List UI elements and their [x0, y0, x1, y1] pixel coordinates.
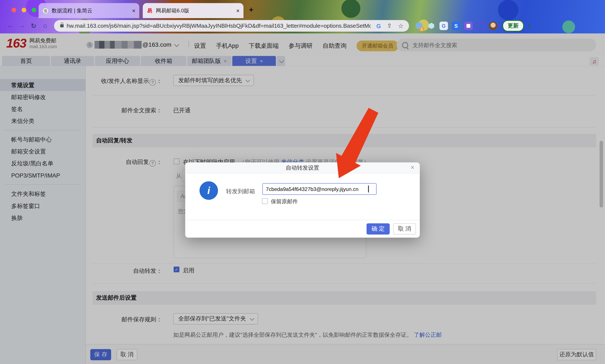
text-caret	[368, 186, 369, 193]
traffic-zoom-icon[interactable]	[32, 8, 36, 12]
google-translate-icon[interactable]: G	[439, 22, 448, 30]
modal-header: 自动转发设置 ×	[185, 162, 420, 173]
traffic-minimize-icon[interactable]	[22, 8, 26, 12]
reload-icon[interactable]: ↻	[28, 22, 39, 30]
new-tab-button[interactable]: +	[249, 5, 253, 14]
tab-close-icon[interactable]: ×	[132, 7, 135, 14]
modal-cancel-button[interactable]: 取 消	[393, 223, 416, 234]
browser-tab-title: 数据流程 | 集简云	[52, 7, 129, 14]
tab-close-icon[interactable]: ×	[236, 7, 240, 14]
share-icon[interactable]: ⇧	[387, 22, 392, 29]
confirm-button[interactable]: 确 定	[367, 223, 390, 234]
modal-title: 自动转发设置	[286, 164, 319, 171]
info-icon: i	[199, 181, 218, 200]
extension-circle-icon[interactable]: 1	[415, 22, 423, 30]
avatar-monkey-icon[interactable]	[489, 22, 497, 30]
chrome-update-button[interactable]: 更新	[502, 20, 524, 32]
extension-s-icon[interactable]: S	[452, 22, 460, 30]
url-text[interactable]: hw.mail.163.com/js6/main.jsp?sid=aBUcbxi…	[66, 23, 371, 29]
home-icon[interactable]: ⌂	[39, 22, 51, 30]
modal-footer: 确 定 取 消	[185, 220, 420, 238]
google-icon[interactable]: G	[376, 23, 381, 29]
lock-icon	[60, 24, 64, 27]
163mail-favicon-icon: 易	[147, 7, 153, 14]
browser-tab-163mail[interactable]: 易 网易邮箱6.0版 ×	[143, 3, 243, 18]
browser-menu-icon[interactable]: ⋮	[526, 22, 533, 29]
back-icon[interactable]: ←	[5, 22, 16, 30]
extension-badge: 1	[420, 27, 424, 31]
screen: S 数据流程 | 集简云 × 易 网易邮箱6.0版 × + ← → ↻ ⌂ hw…	[0, 0, 605, 364]
browser-tab-jijiyun[interactable]: S 数据流程 | 集简云 ×	[39, 3, 139, 18]
puzzle-extensions-icon[interactable]	[464, 22, 473, 30]
close-icon[interactable]: ×	[411, 164, 414, 171]
auto-forward-modal: 自动转发设置 × i 转发到邮箱 保留原邮件 确 定 取 消	[185, 162, 420, 238]
keep-original-checkbox[interactable]	[262, 198, 268, 204]
traffic-close-icon[interactable]	[12, 8, 16, 12]
forward-to-label: 转发到邮箱	[226, 188, 255, 195]
bookmark-star-icon[interactable]: ☆	[398, 22, 404, 29]
forward-email-input[interactable]	[263, 183, 377, 195]
forward-icon[interactable]: →	[16, 22, 28, 30]
extension-square-icon[interactable]	[476, 22, 485, 30]
browser-toolbar: ← → ↻ ⌂ hw.mail.163.com/js6/main.jsp?sid…	[0, 18, 605, 33]
jijiyun-favicon-icon: S	[42, 7, 49, 14]
browser-tab-title: 网易邮箱6.0版	[156, 7, 233, 14]
keep-original-label: 保留原邮件	[271, 198, 298, 205]
address-bar[interactable]: hw.mail.163.com/js6/main.jsp?sid=aBUcbxi…	[54, 20, 409, 32]
extensions-area: 1 G S	[413, 22, 499, 30]
extension-hexagon-icon[interactable]	[427, 22, 436, 30]
browser-chrome: S 数据流程 | 集简云 × 易 网易邮箱6.0版 × + ← → ↻ ⌂ hw…	[0, 0, 605, 33]
